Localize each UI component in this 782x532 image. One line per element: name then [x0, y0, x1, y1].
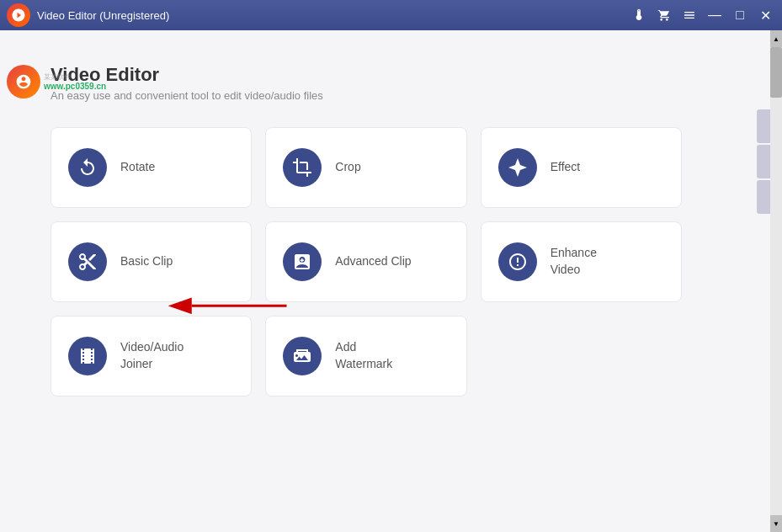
app-logo: [7, 3, 30, 27]
corner-tab-2[interactable]: [757, 145, 770, 178]
scroll-up-button[interactable]: ▲: [770, 30, 782, 47]
crop-label: Crop: [335, 159, 360, 176]
video-audio-joiner-label: Video/Audio Joiner: [120, 339, 184, 372]
minimize-button[interactable]: —: [705, 5, 725, 25]
enhance-video-label: Enhance Video: [551, 245, 597, 278]
main-content: 某某软件 www.pc0359.cn Video Editor An easy …: [0, 30, 782, 532]
tools-grid: Rotate Crop Effect Basic Clip: [51, 127, 682, 396]
scroll-down-button[interactable]: ▼: [770, 515, 782, 532]
title-bar-controls: — □ ✕: [629, 5, 775, 25]
tool-card-enhance-video[interactable]: Enhance Video: [481, 221, 682, 302]
watermark-area: 某某软件 www.pc0359.cn: [0, 61, 118, 103]
watermark-url: www.pc0359.cn: [44, 82, 106, 91]
effect-icon-bg: [498, 148, 537, 187]
add-watermark-label: Add Watermark: [335, 339, 392, 372]
scroll-track: [770, 47, 782, 515]
tool-card-advanced-clip[interactable]: Advanced Clip: [265, 221, 466, 302]
basic-clip-label: Basic Clip: [120, 253, 173, 270]
page-title: Video Editor: [51, 64, 731, 86]
corner-tab-3[interactable]: [757, 180, 770, 214]
rotate-icon-bg: [68, 148, 107, 187]
title-bar-left: Video Editor (Unregistered): [7, 3, 169, 27]
window-title: Video Editor (Unregistered): [37, 9, 169, 22]
tool-card-rotate[interactable]: Rotate: [51, 127, 252, 208]
tool-card-add-watermark[interactable]: Add Watermark: [265, 316, 466, 396]
thermometer-icon[interactable]: [629, 5, 649, 25]
scissors-icon-bg: [68, 242, 107, 281]
watermark-icon-bg: [283, 337, 322, 375]
joiner-icon-bg: [68, 337, 107, 375]
menu-icon[interactable]: [679, 5, 700, 25]
advanced-clip-icon-bg: [283, 242, 322, 281]
scroll-thumb[interactable]: [770, 47, 782, 98]
advanced-clip-label: Advanced Clip: [335, 253, 411, 270]
corner-tab-1[interactable]: [757, 109, 770, 143]
corner-tabs: [757, 109, 770, 214]
page-subtitle: An easy use and convenient tool to edit …: [51, 89, 731, 102]
title-bar: Video Editor (Unregistered) — □ ✕: [0, 0, 782, 30]
rotate-label: Rotate: [120, 159, 155, 176]
tool-card-effect[interactable]: Effect: [481, 127, 682, 208]
enhance-icon-bg: [498, 242, 537, 281]
tool-card-video-audio-joiner[interactable]: Video/Audio Joiner: [51, 316, 252, 396]
close-button[interactable]: ✕: [755, 5, 775, 25]
right-scrollbar: ▲ ▼: [770, 30, 782, 532]
maximize-button[interactable]: □: [730, 5, 750, 25]
crop-icon-bg: [283, 148, 322, 187]
cart-icon[interactable]: [654, 5, 674, 25]
tool-card-basic-clip[interactable]: Basic Clip: [51, 221, 252, 302]
effect-label: Effect: [551, 159, 581, 176]
tool-card-crop[interactable]: Crop: [265, 127, 466, 208]
